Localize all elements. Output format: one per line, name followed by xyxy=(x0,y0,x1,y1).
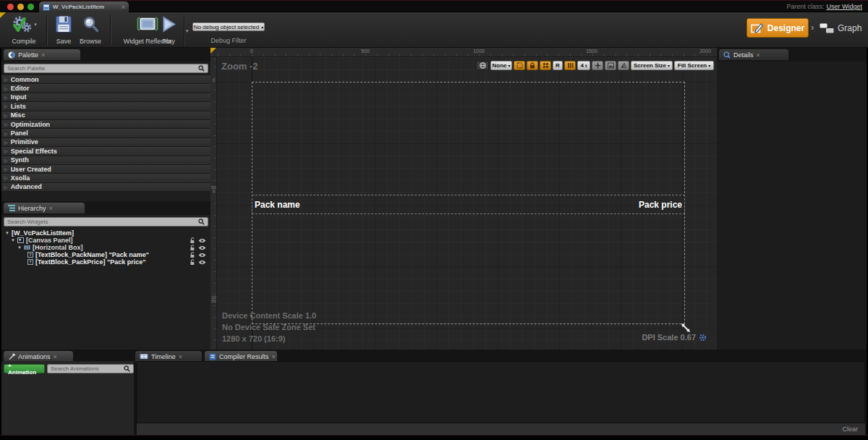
designer-canvas[interactable]: 0 500 1000 1500 2000 0 500 1000 Zoom -2 … xyxy=(210,48,717,350)
timeline-tab-close-icon[interactable]: × xyxy=(179,354,182,360)
expander-closed-icon[interactable]: ▷ xyxy=(4,95,8,100)
expander-closed-icon[interactable]: ▷ xyxy=(4,103,8,109)
asset-tab[interactable]: W_VcPackListItem × xyxy=(39,1,129,12)
palette-category-row[interactable]: ▷ Editor xyxy=(1,84,210,93)
lock-open-icon[interactable] xyxy=(190,245,196,251)
parent-class-link[interactable]: User Widget xyxy=(826,3,862,10)
visibility-eye-icon[interactable] xyxy=(198,238,206,243)
fill-screen-dropdown[interactable]: Fill Screen▾ xyxy=(674,61,714,70)
asset-tab-title: W_VcPackListItem xyxy=(53,4,119,10)
minimize-window-button[interactable] xyxy=(17,4,24,10)
dpi-settings-gear-icon[interactable] xyxy=(699,334,707,342)
preview-resize-handle[interactable] xyxy=(681,323,691,333)
expander-closed-icon[interactable]: ▷ xyxy=(4,131,8,136)
palette-category-row[interactable]: ▷ Panel xyxy=(1,129,210,138)
palette-category-row[interactable]: ▷ Misc xyxy=(1,111,210,120)
animations-search-input[interactable]: Search Animations xyxy=(47,364,134,373)
expander-closed-icon[interactable]: ▷ xyxy=(4,77,8,82)
palette-tab-close-icon[interactable]: × xyxy=(41,52,45,58)
expander-closed-icon[interactable]: ▷ xyxy=(4,148,8,153)
details-tab-close-icon[interactable]: × xyxy=(757,52,760,58)
toggle-background-button[interactable] xyxy=(605,61,616,70)
hierarchy-row-canvas-panel[interactable]: ▼ [Canvas Panel] xyxy=(1,237,210,244)
lock-open-icon[interactable] xyxy=(190,237,196,244)
palette-search-input[interactable]: Search Palette xyxy=(4,64,208,73)
culture-dropdown[interactable]: None▾ xyxy=(490,61,512,70)
tab-palette[interactable]: Palette × xyxy=(4,49,80,60)
horizontal-box-widget[interactable]: Pack name Pack price xyxy=(252,195,685,214)
localization-preview-button[interactable] xyxy=(476,61,489,70)
compile-button[interactable]: ▾ Compile xyxy=(4,15,43,46)
expander-closed-icon[interactable]: ▷ xyxy=(4,113,8,118)
expander-closed-icon[interactable]: ▷ xyxy=(4,158,8,163)
zoom-window-button[interactable] xyxy=(27,4,34,10)
asset-tab-close-icon[interactable]: × xyxy=(122,4,125,10)
grid-snap-size-stepper[interactable]: 4 ▴▾ xyxy=(577,61,590,70)
show-outlines-toggle[interactable] xyxy=(514,61,525,70)
animations-toolbar: + Animation Search Animations xyxy=(4,364,134,373)
designer-mode-button[interactable]: Designer xyxy=(746,18,809,38)
palette-category-row[interactable]: ▷ Synth xyxy=(1,156,210,165)
lock-open-icon[interactable] xyxy=(190,252,196,258)
clear-button[interactable]: Clear xyxy=(842,426,858,433)
expander-open-icon[interactable]: ▼ xyxy=(5,231,9,235)
debug-object-dropdown[interactable]: No debug object selected ▾ xyxy=(192,22,265,31)
palette-category-row[interactable]: ▷ Primitive xyxy=(1,138,210,147)
palette-category-row[interactable]: ▷ Advanced xyxy=(1,183,210,192)
stepper-down-icon[interactable]: ▾ xyxy=(585,66,587,68)
grid-columns-toggle[interactable] xyxy=(564,61,576,70)
screen-size-dropdown[interactable]: Screen Size▾ xyxy=(631,61,673,70)
zoom-to-fit-button[interactable] xyxy=(592,61,603,70)
tab-hierarchy[interactable]: Hierarchy × xyxy=(4,203,85,213)
play-options-caret-icon[interactable]: ▾ xyxy=(186,28,189,34)
compiler-tab-close-icon[interactable]: × xyxy=(272,354,276,360)
expander-closed-icon[interactable]: ▷ xyxy=(4,140,8,145)
hierarchy-row-textblock-packprice[interactable]: T [TextBlock_PackPrice] "Pack price" xyxy=(1,258,210,266)
visibility-eye-icon[interactable] xyxy=(198,253,206,258)
expander-closed-icon[interactable]: ▷ xyxy=(4,175,8,180)
tab-timeline[interactable]: Timeline × xyxy=(135,351,202,362)
expander-closed-icon[interactable]: ▷ xyxy=(4,122,8,127)
play-button[interactable]: Play xyxy=(153,15,184,46)
add-animation-button[interactable]: + Animation xyxy=(4,364,45,373)
hierarchy-tab-close-icon[interactable]: × xyxy=(49,206,53,211)
hierarchy-row-root[interactable]: ▼ [W_VcPackListItem] xyxy=(1,229,210,237)
browse-button[interactable]: Browse xyxy=(75,15,106,46)
expander-closed-icon[interactable]: ▷ xyxy=(4,166,8,172)
dropdown-caret-icon: ▾ xyxy=(509,63,511,68)
main-toolbar: ▾ Compile Save xyxy=(0,12,868,48)
lock-widgets-toggle[interactable] xyxy=(527,61,538,70)
palette-category-row[interactable]: ▷ Input xyxy=(1,93,210,102)
respect-locks-toggle[interactable]: R xyxy=(553,61,563,70)
palette-category-list: ▷ Common ▷ Editor ▷ Input ▷ xyxy=(1,75,210,192)
snap-grid-toggle[interactable] xyxy=(540,61,551,70)
animations-panel: + Animation Search Animations xyxy=(1,361,134,435)
animations-tab-close-icon[interactable]: × xyxy=(54,354,57,360)
palette-category-row[interactable]: ▷ Optimization xyxy=(1,120,210,129)
lock-open-icon[interactable] xyxy=(190,259,196,266)
expander-closed-icon[interactable]: ▷ xyxy=(4,86,8,91)
palette-category-row[interactable]: ▷ User Created xyxy=(1,165,210,174)
expander-closed-icon[interactable]: ▷ xyxy=(4,185,8,190)
visibility-eye-icon[interactable] xyxy=(198,260,206,265)
hierarchy-row-horizontal-box[interactable]: ▼ [Horizontal Box] xyxy=(1,244,210,251)
hierarchy-row-textblock-packname[interactable]: T [TextBlock_PackName] "Pack name" xyxy=(1,251,210,258)
visibility-eye-icon[interactable] xyxy=(198,245,206,250)
tab-animations[interactable]: Animations × xyxy=(4,351,73,362)
hierarchy-search-input[interactable]: Search Widgets xyxy=(4,217,208,227)
expander-open-icon[interactable]: ▼ xyxy=(17,245,22,250)
palette-category-row[interactable]: ▷ Common xyxy=(1,75,210,84)
packname-textblock[interactable]: Pack name xyxy=(255,200,300,210)
save-button[interactable]: Save xyxy=(51,15,77,46)
packprice-textblock[interactable]: Pack price xyxy=(639,200,682,210)
graph-mode-button[interactable]: Graph xyxy=(820,20,861,37)
palette-category-row[interactable]: ▷ Xsolla xyxy=(1,174,210,182)
flip-direction-button[interactable] xyxy=(618,61,629,70)
palette-category-row[interactable]: ▷ Special Effects xyxy=(1,147,210,156)
palette-category-row[interactable]: ▷ Lists xyxy=(1,102,210,111)
tab-details[interactable]: Details × xyxy=(719,49,788,60)
tab-compiler-results[interactable]: Compiler Results × xyxy=(205,351,277,362)
expander-open-icon[interactable]: ▼ xyxy=(11,238,15,242)
compile-options-caret-icon[interactable]: ▾ xyxy=(34,22,37,28)
close-window-button[interactable] xyxy=(7,4,14,10)
